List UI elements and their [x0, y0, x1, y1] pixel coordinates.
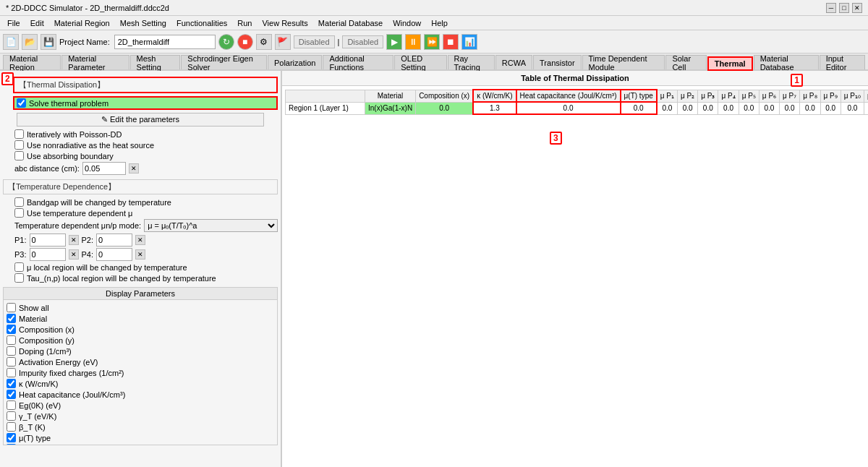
play-icon[interactable]: ▶	[386, 34, 402, 50]
mu-p9-cell[interactable]: 0.0	[820, 102, 841, 114]
doping-checkbox[interactable]	[7, 346, 16, 356]
p4-clear-btn[interactable]: ✕	[135, 249, 145, 260]
maximize-button[interactable]: □	[839, 3, 849, 13]
tab-schrodinger[interactable]: Schrodinger Eigen Solver	[181, 55, 267, 69]
iteratively-checkbox[interactable]	[14, 129, 24, 139]
pause-icon[interactable]: ⏸	[405, 34, 421, 50]
stop2-icon[interactable]: ⏹	[443, 34, 459, 50]
flag-icon[interactable]: 🚩	[275, 34, 291, 50]
col-mu-p5[interactable]: μ P₅	[739, 90, 759, 102]
menu-edit[interactable]: Edit	[26, 17, 48, 29]
refresh-icon[interactable]: ↻	[218, 34, 234, 50]
nonradiative-checkbox[interactable]	[14, 140, 24, 150]
col-mu-p8[interactable]: μ P₈	[800, 90, 820, 102]
mu-p2-cell[interactable]: 0.0	[677, 102, 697, 114]
tab-ray-tracing[interactable]: Ray Tracing	[448, 55, 495, 69]
material-checkbox[interactable]	[7, 314, 16, 323]
col-mu-t-type[interactable]: μ(T) type	[621, 90, 657, 102]
mu-p10-cell[interactable]: 0.0	[841, 102, 864, 114]
mu-p7-cell[interactable]: 0.0	[780, 102, 800, 114]
mu-p6-cell[interactable]: 0.0	[759, 102, 779, 114]
temp-dep-mode-select[interactable]: μ = μ₀(T/T₀)^a	[144, 219, 278, 232]
menu-material-region[interactable]: Material Region	[50, 17, 114, 29]
close-button[interactable]: ✕	[852, 3, 862, 13]
heat-cap-checkbox[interactable]	[7, 390, 16, 399]
col-kappa[interactable]: κ (W/cm/K)	[473, 90, 516, 102]
col-heat-cap[interactable]: Heat capacitance (Joul/K/cm³)	[516, 90, 621, 102]
menu-view-results[interactable]: View Results	[258, 17, 312, 29]
absorbing-checkbox[interactable]	[14, 151, 24, 160]
composition-y-checkbox[interactable]	[7, 335, 16, 345]
mu-t-type-checkbox[interactable]	[7, 433, 16, 442]
p3-clear-btn[interactable]: ✕	[69, 249, 79, 260]
temp-dependent-mu-checkbox[interactable]	[14, 208, 24, 218]
mu-t-type-cell[interactable]: 0.0	[621, 102, 657, 114]
menu-functionalities[interactable]: Functionalities	[172, 17, 231, 29]
mu-p3-cell[interactable]: 0.0	[698, 102, 718, 114]
project-name-input[interactable]	[114, 35, 216, 49]
p3-input[interactable]	[30, 248, 66, 261]
mu-p11-cell[interactable]: 0.0	[864, 102, 868, 114]
beta-t-checkbox[interactable]	[7, 422, 16, 432]
col-mu-p10[interactable]: μ P₁₀	[841, 90, 864, 102]
tab-transistor[interactable]: Transistor	[533, 55, 582, 69]
menu-help[interactable]: Help	[427, 17, 452, 29]
tab-material-region[interactable]: Material Region	[3, 55, 61, 69]
menu-run[interactable]: Run	[233, 17, 256, 29]
col-composition-x[interactable]: Composition (x)	[416, 90, 474, 102]
col-mu-p2[interactable]: μ P₂	[677, 90, 697, 102]
stop-icon[interactable]: ■	[237, 34, 253, 50]
settings-icon[interactable]: ⚙	[256, 34, 272, 50]
open-icon[interactable]: 📂	[22, 34, 38, 50]
activation-energy-checkbox[interactable]	[7, 357, 16, 367]
menu-window[interactable]: Window	[388, 17, 425, 29]
tab-solar-cell[interactable]: Solar Cell	[665, 55, 706, 69]
tab-input-editor[interactable]: Input Editor	[820, 55, 865, 69]
new-icon[interactable]: 📄	[3, 34, 19, 50]
disabled-btn-1[interactable]: Disabled	[294, 35, 335, 48]
disabled-btn-2[interactable]: Disabled	[342, 35, 383, 48]
p4-input[interactable]	[96, 248, 132, 261]
p1-clear-btn[interactable]: ✕	[69, 235, 79, 245]
fast-forward-icon[interactable]: ⏩	[424, 34, 440, 50]
tab-polarization[interactable]: Polarization	[268, 55, 322, 69]
menu-material-database[interactable]: Material Database	[314, 17, 387, 29]
tab-material-parameter[interactable]: Material Parameter	[61, 55, 129, 69]
composition-x-cell[interactable]: 0.0	[416, 102, 474, 114]
tab-rcwa[interactable]: RCWA	[495, 55, 532, 69]
tab-additional-functions[interactable]: Additional Functions	[323, 55, 393, 69]
col-mu-p1[interactable]: μ P₁	[657, 90, 678, 102]
solve-thermal-checkbox[interactable]	[17, 98, 26, 108]
menu-file[interactable]: File	[3, 17, 25, 29]
tau-local-checkbox[interactable]	[14, 273, 24, 283]
mu-p4-cell[interactable]: 0.0	[718, 102, 739, 114]
edit-params-button[interactable]: ✎ Edit the parameters	[17, 113, 264, 127]
mu-pa-checkbox[interactable]	[7, 444, 16, 445]
chart-icon[interactable]: 📊	[461, 34, 477, 50]
heat-cap-cell[interactable]: 0.0	[516, 102, 621, 114]
col-mu-p11[interactable]: μ P₁₁	[864, 90, 868, 102]
abc-distance-input[interactable]	[82, 162, 126, 175]
tab-mesh-setting[interactable]: Mesh Setting	[130, 55, 181, 69]
abc-clear-btn[interactable]: ✕	[129, 163, 139, 173]
p2-clear-btn[interactable]: ✕	[135, 235, 145, 245]
col-mu-p3[interactable]: μ P₃	[698, 90, 718, 102]
tab-time-dependent[interactable]: Time Dependent Module	[582, 55, 665, 69]
minimize-button[interactable]: ─	[826, 3, 836, 13]
kappa-cell[interactable]: 1.3	[473, 102, 516, 114]
mu-local-checkbox[interactable]	[14, 262, 24, 272]
col-mu-p6[interactable]: μ P₆	[759, 90, 779, 102]
kappa-checkbox[interactable]	[7, 379, 16, 388]
col-mu-p7[interactable]: μ P₇	[780, 90, 800, 102]
gamma-t-checkbox[interactable]	[7, 411, 16, 421]
save-icon[interactable]: 💾	[41, 34, 56, 50]
mu-p8-cell[interactable]: 0.0	[800, 102, 820, 114]
mu-p5-cell[interactable]: 0.0	[739, 102, 759, 114]
col-mu-p9[interactable]: μ P₉	[820, 90, 841, 102]
tab-material-database[interactable]: Material Database	[754, 55, 819, 69]
eg0k-checkbox[interactable]	[7, 400, 16, 410]
composition-x-checkbox[interactable]	[7, 325, 16, 334]
table-row[interactable]: Region 1 (Layer 1) In(x)Ga(1-x)N 0.0 1.3…	[286, 102, 869, 114]
impurity-checkbox[interactable]	[7, 368, 16, 377]
p1-input[interactable]	[30, 234, 66, 247]
